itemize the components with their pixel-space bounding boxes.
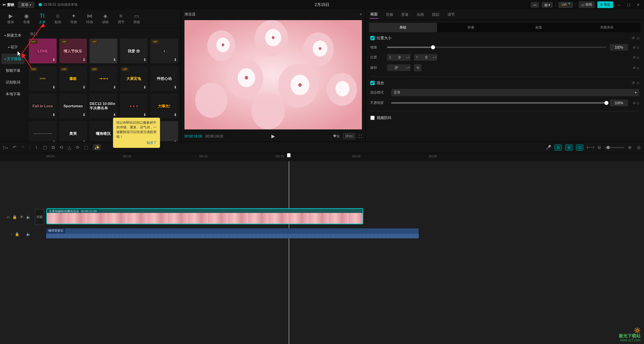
rotate-button[interactable]: ⟳ <box>76 145 79 150</box>
asset-item[interactable]: VIP爆款⬇ <box>59 66 87 91</box>
tool-tab-audio[interactable]: ◉音频 <box>18 13 34 24</box>
props-tab-3[interactable]: 动画 <box>416 11 425 18</box>
tool-tab-media[interactable]: ▶媒体 <box>3 13 18 24</box>
download-icon[interactable]: ⬇ <box>52 113 55 117</box>
download-icon[interactable]: ⬇ <box>174 113 177 117</box>
asset-item[interactable]: VIP≈≈≈⬇ <box>29 66 57 91</box>
side-cat-smart[interactable]: 智能字幕 <box>1 65 25 76</box>
export-button[interactable]: ⬆ 导出 <box>597 1 613 8</box>
zoom-in-button[interactable]: ⊕ <box>628 145 632 150</box>
download-icon[interactable]: ⬇ <box>113 85 116 90</box>
reset-icon[interactable]: ↺ <box>632 81 635 85</box>
props-subtab-1[interactable]: 抠像 <box>437 23 505 32</box>
tool-tab-filter[interactable]: ◈滤镜 <box>97 13 113 24</box>
reverse-button[interactable]: ⟲ <box>59 145 63 150</box>
keyframe-icon[interactable]: ◇ <box>637 101 639 105</box>
toggle-1[interactable]: ⊟ <box>554 145 562 151</box>
zoom-slider[interactable] <box>604 147 625 148</box>
props-tab-1[interactable]: 音频 <box>385 11 394 18</box>
side-cat-flower[interactable]: ▸花字 <box>1 42 25 52</box>
scale-slider[interactable] <box>387 47 606 48</box>
keyframe-icon[interactable]: ◇ <box>637 56 639 59</box>
layout-button-1[interactable]: ▭ <box>531 2 539 8</box>
asset-item[interactable]: 我爱 你⬇ <box>120 39 148 63</box>
minimize-button[interactable]: — <box>616 3 623 7</box>
download-icon[interactable]: ⬇ <box>174 58 177 62</box>
review-button[interactable]: ▭ 审阅 <box>579 1 595 8</box>
preview-video[interactable] <box>184 20 362 129</box>
tool-tab-transition[interactable]: ⋈转场 <box>82 13 97 24</box>
download-icon[interactable]: ⬇ <box>52 58 55 62</box>
asset-item[interactable]: VIP•⬇ <box>150 39 178 63</box>
reset-icon[interactable]: ↺ <box>633 56 635 59</box>
opacity-value[interactable]: 100% <box>610 100 628 106</box>
layout-button-2[interactable]: ▤ ▾ <box>542 2 553 8</box>
reset-icon[interactable]: ↺ <box>632 36 635 40</box>
cover-button[interactable]: 封面 <box>35 209 44 225</box>
download-icon[interactable]: ⬇ <box>174 140 177 141</box>
reset-icon[interactable]: ↺ <box>633 46 635 49</box>
stabilize-checkbox[interactable] <box>370 116 375 120</box>
maximize-button[interactable]: ▢ <box>625 3 632 7</box>
props-tab-2[interactable]: 变速 <box>400 11 409 18</box>
fullscreen-icon[interactable]: ⛶ <box>359 134 362 138</box>
track-lock-icon[interactable]: 🔒 <box>12 215 17 219</box>
props-subtab-0[interactable]: 基础 <box>369 23 437 32</box>
vip-button[interactable]: VIP <box>558 2 573 8</box>
download-icon[interactable]: ⬇ <box>113 113 116 117</box>
side-cat-local[interactable]: 本地字幕 <box>1 89 25 99</box>
blend-mode-select[interactable]: 正常▾ <box>391 89 639 96</box>
close-button[interactable]: ✕ <box>635 3 641 7</box>
side-cat-tmpl[interactable]: ▸文字模板 <box>1 54 25 64</box>
toggle-3[interactable]: ⊡ <box>576 145 583 151</box>
track-menu-icon[interactable]: ♪ <box>10 232 12 236</box>
playhead-handle[interactable] <box>287 153 290 157</box>
download-icon[interactable]: ⬇ <box>83 58 86 62</box>
preview-menu-icon[interactable]: ≡ <box>360 12 362 16</box>
smart-button[interactable]: ✨ <box>93 144 101 151</box>
tool-tab-text[interactable]: TI文本 <box>34 13 50 24</box>
download-icon[interactable]: ⬇ <box>83 85 86 90</box>
asset-item[interactable]: —————⬇ <box>29 121 57 141</box>
props-tab-4[interactable]: 跟踪 <box>431 11 440 18</box>
timeline-tracks[interactable]: ▭ 🔒 👁 🔈 封面 实景拍摄粉色樱花花朵 00:00:21:00 ♪ 🔒 • … <box>0 161 644 344</box>
select-tool[interactable]: ▷▾ <box>3 145 8 150</box>
asset-item[interactable]: Sportsman⬇ <box>59 94 87 118</box>
tool-tab-sticker[interactable]: ☺贴纸 <box>50 13 66 24</box>
asset-item[interactable]: DEC12 10:00\n半决赛名单⬇ <box>90 94 117 118</box>
asset-item[interactable]: ● ● ●⬇ <box>120 94 148 118</box>
mirror-button[interactable]: △ <box>68 145 71 150</box>
asset-item[interactable]: Fall In Love⬇ <box>29 94 57 118</box>
reset-icon[interactable]: ↺ <box>633 66 635 70</box>
keyframe-icon[interactable]: ◇ <box>637 46 639 49</box>
video-clip[interactable]: 实景拍摄粉色樱花花朵 00:00:21:00 <box>46 208 363 224</box>
keyframe-icon[interactable]: ◇ <box>637 66 639 70</box>
download-icon[interactable]: ⬇ <box>143 58 146 62</box>
tool-tab-template[interactable]: ▭模板 <box>129 13 145 24</box>
crop-button[interactable]: ⬚ <box>84 145 88 150</box>
tooltip-ok[interactable]: 知道了 <box>116 140 157 145</box>
keyframe-icon[interactable]: ◇ <box>637 36 639 40</box>
timeline-ruler[interactable]: |00:00····|00:05····|00:10····|00:15····… <box>0 153 644 161</box>
asset-item[interactable]: VIP情人节快乐⬇ <box>59 39 87 63</box>
toggle-2[interactable]: ⊞ <box>565 145 573 151</box>
download-icon[interactable]: ⬇ <box>83 140 86 141</box>
props-tab-5[interactable]: 调节 <box>447 11 455 18</box>
track-menu-icon[interactable]: ▭ <box>6 215 10 219</box>
track-lock-icon[interactable]: 🔒 <box>15 232 19 236</box>
split-button[interactable]: ⥍ <box>35 145 38 150</box>
asset-item[interactable]: 大曝光!⬇ <box>150 94 178 118</box>
track-mute-icon[interactable]: 🔈 <box>26 232 31 236</box>
opacity-slider[interactable] <box>391 102 606 104</box>
asset-item[interactable]: 美哭⬇ <box>59 121 87 141</box>
pos-size-checkbox[interactable] <box>370 36 375 40</box>
audio-clip[interactable]: 钢琴背景乐 <box>46 228 419 238</box>
zoom-out-button[interactable]: ⊖ <box>597 145 601 150</box>
undo-button[interactable]: ↶ <box>13 145 16 150</box>
rotate-90-button[interactable]: ⟲ <box>414 64 421 71</box>
asset-item[interactable]: VIP⬇ <box>90 39 117 63</box>
props-tab-0[interactable]: 画面 <box>370 10 378 19</box>
download-icon[interactable]: ⬇ <box>174 85 177 90</box>
copy-button[interactable]: ⧉ <box>52 145 55 150</box>
blend-checkbox[interactable] <box>370 81 375 85</box>
